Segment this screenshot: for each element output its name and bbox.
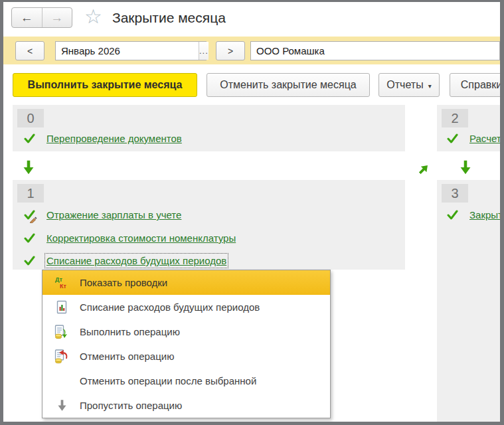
operation-link-calculation[interactable]: Расчет — [469, 133, 501, 144]
empty-icon-slot — [54, 374, 70, 388]
flow-arrow-diagonal-icon — [416, 160, 432, 176]
period-toolbar: < ... > — [3, 37, 500, 64]
cancel-closing-button[interactable]: Отменить закрытие месяца — [207, 73, 370, 97]
perform-operation-icon — [54, 325, 70, 339]
menu-item-skip-operation[interactable]: Пропустить операцию — [42, 393, 330, 418]
pencil-icon — [30, 214, 37, 226]
next-period-button[interactable]: > — [216, 41, 245, 60]
operation-link-salary[interactable]: Отражение зарплаты в учете — [46, 209, 181, 220]
section-number-badge: 3 — [442, 184, 468, 203]
context-menu: Дт Кт Показать проводки Списание расходо… — [42, 270, 331, 418]
operation-row: Отражение зарплаты в учете — [24, 209, 181, 220]
menu-item-cancel-after-selected[interactable]: Отменить операции после выбранной — [42, 369, 330, 393]
svg-text:Дт: Дт — [55, 276, 62, 283]
flow-arrow-down-icon — [23, 160, 34, 177]
page-title: Закрытие месяца — [112, 10, 226, 26]
reports-label: Отчеты — [386, 79, 423, 91]
operation-row: Закрыти — [447, 209, 504, 220]
menu-item-label: Выполнить операцию — [80, 326, 180, 337]
menu-item-label: Пропустить операцию — [80, 400, 182, 411]
organization-input[interactable] — [251, 42, 499, 60]
section-panel-3: 3 Закрыти — [437, 180, 503, 422]
check-icon — [447, 133, 459, 144]
period-field: ... — [55, 41, 207, 60]
check-icon — [24, 210, 36, 220]
menu-item-label: Списание расходов будущих периодов — [80, 301, 260, 313]
operation-link-deferred-expenses[interactable]: Списание расходов будущих периодов — [46, 255, 226, 266]
organization-field — [250, 41, 500, 60]
section-number-badge: 1 — [17, 184, 44, 203]
report-document-icon — [54, 300, 70, 315]
operation-link-reposting[interactable]: Перепроведение документов — [46, 133, 182, 144]
menu-item-show-postings[interactable]: Дт Кт Показать проводки — [42, 270, 330, 295]
flow-arrow-down-icon — [460, 160, 471, 177]
check-icon — [24, 233, 36, 244]
menu-item-label: Показать проводки — [80, 277, 167, 288]
section-panel-2: 2 Расчет — [437, 105, 503, 151]
period-more-button[interactable]: ... — [199, 42, 209, 60]
back-icon: ← — [21, 11, 33, 25]
history-nav-group: ← → — [11, 7, 72, 28]
reports-button[interactable]: Отчеты ▾ — [378, 73, 440, 97]
period-input[interactable] — [56, 42, 199, 60]
menu-item-cancel-operation[interactable]: Отменить операцию — [42, 344, 330, 369]
operation-row: Списание расходов будущих периодов — [24, 255, 226, 266]
section-number-badge: 2 — [442, 109, 468, 128]
references-button[interactable]: Справки — [450, 73, 504, 97]
skip-down-arrow-icon — [54, 398, 70, 413]
cancel-operation-icon — [54, 349, 70, 364]
menu-item-operation-report[interactable]: Списание расходов будущих периодов — [42, 295, 330, 319]
forward-icon: → — [50, 11, 63, 25]
section-panel-1: 1 Отражение зарплаты в учете Корректиров… — [13, 180, 405, 270]
back-button[interactable]: ← — [12, 8, 42, 27]
month-closing-window: ← → ☆ Закрытие месяца < ... > Выполнить … — [0, 0, 504, 425]
favorite-star-icon[interactable]: ☆ — [84, 5, 102, 28]
check-icon — [24, 256, 36, 266]
menu-item-label: Отменить операцию — [80, 351, 174, 362]
check-icon — [24, 133, 36, 144]
section-panel-0: 0 Перепроведение документов — [13, 105, 405, 151]
menu-item-label: Отменить операции после выбранной — [80, 375, 256, 386]
operation-link-account-closing[interactable]: Закрыти — [469, 209, 504, 220]
dropdown-caret-icon: ▾ — [428, 82, 432, 90]
check-icon — [447, 210, 459, 220]
previous-period-button[interactable]: < — [15, 41, 44, 60]
operation-row: Корректировка стоимости номенклатуры — [24, 232, 236, 244]
perform-closing-button[interactable]: Выполнить закрытие месяца — [13, 73, 197, 97]
dt-kt-icon: Дт Кт — [54, 276, 70, 290]
menu-item-perform-operation[interactable]: Выполнить операцию — [42, 319, 330, 344]
forward-button[interactable]: → — [42, 8, 72, 27]
section-number-badge: 0 — [17, 109, 44, 128]
operation-link-cost-adjustment[interactable]: Корректировка стоимости номенклатуры — [46, 232, 236, 244]
svg-text:Кт: Кт — [60, 283, 66, 290]
operation-row: Перепроведение документов — [24, 133, 182, 144]
operation-row: Расчет — [447, 133, 501, 144]
